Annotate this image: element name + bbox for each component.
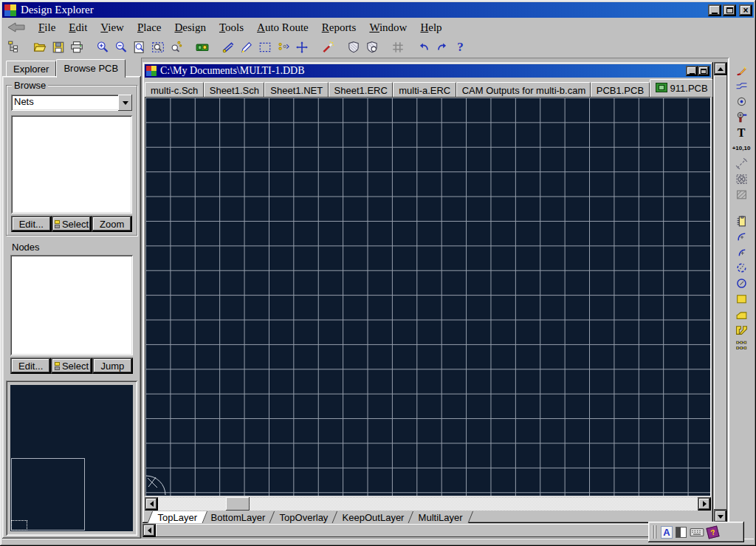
place-coordinate-button[interactable]: +10,10 [732,140,751,156]
doc-tab-911-pcb[interactable]: 911.PCB [650,79,713,97]
paste-array-button[interactable] [732,338,751,353]
drc-shield-button[interactable] [344,38,362,55]
doc-tab-multi-a-erc[interactable]: multi-a.ERC [393,82,456,97]
nodes-edit-button[interactable]: Edit... [10,358,51,374]
place-room-button[interactable] [732,171,751,187]
doc-tab-sheet1-net[interactable]: Sheet1.NET [264,82,328,97]
zoom-out-button[interactable] [111,38,130,55]
menu-place[interactable]: Place [131,20,168,35]
scroll-thumb[interactable] [226,497,250,511]
maximize-button[interactable] [723,4,736,16]
drag-handle-icon[interactable] [652,525,658,539]
menu-tools[interactable]: Tools [213,20,250,35]
full-circle-button[interactable] [732,276,751,291]
nodes-listbox[interactable] [10,255,133,355]
redo-button[interactable] [433,38,451,55]
move-selection-button[interactable] [274,38,292,55]
ime-language-button[interactable]: A [661,526,673,539]
nodes-select-button[interactable]: Select [51,358,92,374]
menu-collapse-icon[interactable] [7,21,32,33]
layer-tab-keepoutlayer[interactable]: KeepOutLayer [331,511,415,523]
menu-auto-route[interactable]: Auto Route [250,20,315,35]
scroll-right-button[interactable] [698,497,711,511]
browse-library-button[interactable] [193,38,211,55]
select-area-button[interactable] [255,38,274,55]
place-via-button[interactable] [732,109,751,125]
polygon-plane-button[interactable] [732,307,751,322]
interactive-routing-button[interactable] [732,63,751,78]
highlight-pen-icon [240,41,253,54]
place-pad-button[interactable] [732,94,751,109]
wizard-button[interactable] [318,38,337,55]
arc-by-edge-button[interactable] [732,229,751,245]
layer-tab-bottomlayer[interactable]: BottomLayer [199,511,276,523]
print-button[interactable] [67,38,86,55]
scroll-up-button[interactable] [714,62,727,75]
pcb-canvas[interactable] [145,97,711,496]
menu-reports[interactable]: Reports [315,20,363,35]
doc-minimize-button[interactable] [686,66,698,76]
cutter-button[interactable] [219,38,237,55]
ime-help-book-icon[interactable]: ? [706,525,719,539]
menu-edit[interactable]: Edit [62,20,94,35]
zoom-area-button[interactable] [148,38,167,55]
zoom-in-button[interactable] [93,38,111,55]
layer-tab-topoverlay[interactable]: TopOverlay [268,511,339,523]
nets-zoom-button[interactable]: Zoom [92,216,132,232]
scroll-thumb[interactable] [156,524,714,537]
place-string-button[interactable]: T [732,125,751,140]
nets-listbox[interactable] [11,115,132,214]
minimap-board[interactable] [10,385,133,531]
menu-help[interactable]: Help [413,20,448,35]
menu-view[interactable]: View [94,20,131,35]
doc-tab-multi-c-sch[interactable]: multi-c.Sch [145,82,204,97]
layer-tab-multilayer[interactable]: MultiLayer [407,511,473,523]
arc-by-center-button[interactable] [732,245,751,260]
browse-mode-dropdown[interactable]: Nets [11,95,132,111]
doc-tab-sheet1-erc[interactable]: Sheet1.ERC [329,82,394,97]
layer-tab-toplayer[interactable]: TopLayer [146,511,208,523]
save-button[interactable] [49,38,67,55]
zoom-point-button[interactable] [167,38,185,55]
minimize-button[interactable] [708,4,721,16]
doc-tab-cam-outputs[interactable]: CAM Outputs for multi-b.cam [456,82,591,97]
tab-browse-pcb[interactable]: Browse PCB [56,59,126,78]
tab-explorer[interactable]: Explorer [6,61,56,76]
nets-select-button[interactable]: Select [52,216,92,232]
place-component-button[interactable] [732,214,751,229]
undo-button[interactable] [414,38,433,55]
scroll-thumb[interactable] [714,75,727,510]
place-fill-hatched-button[interactable] [732,187,751,202]
crosshair-button[interactable] [292,38,311,55]
dropdown-button[interactable] [118,95,132,111]
doc-tab-sheet1-sch[interactable]: Sheet1.Sch [204,82,265,97]
place-fill-button[interactable] [732,291,751,307]
browse-mode-value: Nets [11,95,118,111]
ime-fullwidth-toggle-icon[interactable] [676,527,687,538]
document-titlebar[interactable]: C:\My Documents\MULTI-1.DDB [145,64,711,78]
menu-file[interactable]: File [32,20,62,35]
help-button[interactable]: ? [451,38,470,55]
zoom-all-button[interactable] [130,38,148,55]
close-button[interactable]: × [739,4,752,16]
keyboard-icon[interactable] [690,526,704,538]
open-button[interactable] [30,38,49,55]
arc-any-angle-button[interactable] [732,260,751,276]
multiple-tracks-button[interactable] [732,78,751,94]
document-title: C:\My Documents\MULTI-1.DDB [160,65,686,77]
menu-window[interactable]: Window [362,20,413,35]
drc-browse-button[interactable] [362,38,381,55]
highlight-pen-button[interactable] [237,38,255,55]
scroll-track[interactable] [158,497,698,511]
scroll-left-button[interactable] [142,524,156,537]
scroll-left-button[interactable] [145,497,158,511]
nodes-jump-button[interactable]: Jump [92,358,133,374]
menu-design[interactable]: Design [168,20,213,35]
nets-edit-button[interactable]: Edit... [11,216,52,232]
split-plane-button[interactable] [732,322,751,338]
doc-maximize-button[interactable] [698,66,709,76]
design-manager-button[interactable] [4,38,23,55]
doc-tab-pcb1-pcb[interactable]: PCB1.PCB [591,82,650,97]
toggle-grid-button[interactable] [388,38,407,55]
place-dimension-button[interactable] [732,156,751,171]
